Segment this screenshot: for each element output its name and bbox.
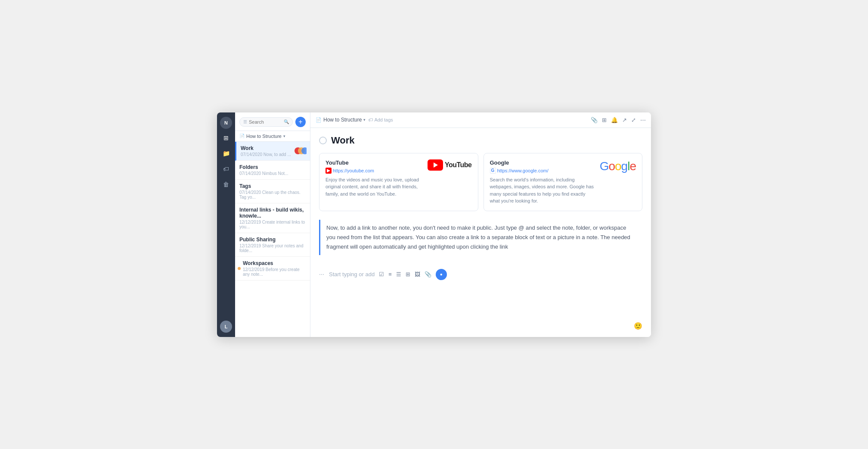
grid-view-icon[interactable]: ⊞	[602, 117, 607, 123]
unordered-list-icon[interactable]: ☰	[396, 271, 401, 278]
emoji-button[interactable]: 🙂	[634, 322, 642, 330]
toolbar-folder-icon: 📄	[316, 117, 322, 123]
nav-tags-icon[interactable]: 🏷	[220, 162, 232, 175]
google-card[interactable]: Google G https://www.google.com/ Search …	[484, 153, 643, 211]
cursor-icon: ●	[440, 272, 443, 277]
google-description: Search the world's information, includin…	[490, 176, 595, 205]
google-logo: Google	[600, 159, 636, 173]
note-meta-workspaces: 12/12/2019 Before you create any note...	[243, 267, 306, 277]
youtube-site-name: YouTube	[326, 159, 422, 166]
page-title: Work	[331, 135, 355, 146]
folder-breadcrumb[interactable]: 📄 How to Structure ▾	[235, 131, 310, 142]
toolbar-breadcrumb-text: How to Structure	[323, 117, 362, 123]
note-thumb-work	[293, 146, 307, 156]
notification-icon[interactable]: 🔔	[611, 117, 618, 123]
attachment-icon[interactable]: 📎	[591, 117, 598, 123]
google-site-name: Google	[490, 159, 595, 166]
tag-icon: 🏷	[368, 117, 373, 122]
editor-cursor-button[interactable]: ●	[436, 269, 447, 280]
note-meta-tags: 07/14/2020 Clean up the chaos. Tag yo...	[239, 190, 306, 200]
editor-drag-handle[interactable]: ⋯	[319, 271, 325, 278]
main-content: 📄 How to Structure ▾ 🏷 Add tags 📎 ⊞ 🔔 ↗ …	[310, 112, 651, 337]
toolbar-breadcrumb: 📄 How to Structure ▾	[316, 117, 366, 123]
note-meta-folders: 07/14/2020 Nimbus Not...	[239, 171, 306, 176]
note-title-internal-links: Internal links - build wikis, knowle...	[239, 207, 306, 219]
youtube-favicon: ▶	[326, 168, 332, 174]
content-area: Work YouTube ▶ https://youtube.com Enjoy…	[310, 128, 651, 337]
sidebar-header: ☰ 🔍 +	[235, 112, 310, 131]
note-item-tags[interactable]: Tags 07/14/2020 Clean up the chaos. Tag …	[235, 180, 310, 203]
youtube-description: Enjoy the videos and music you love, upl…	[326, 176, 422, 198]
user-avatar-bottom[interactable]: L	[220, 321, 232, 333]
google-favicon: G	[490, 168, 496, 174]
ordered-list-icon[interactable]: ≡	[388, 271, 392, 278]
table-icon[interactable]: ⊞	[406, 271, 410, 278]
user-avatar-top[interactable]: N	[220, 117, 232, 129]
note-item-public-sharing[interactable]: Public Sharing 12/12/2019 Share your not…	[235, 233, 310, 257]
note-meta-internal-links: 12/12/2019 Create internal links to you.…	[239, 220, 306, 229]
app-container: N ⊞ 📁 🏷 🗑 L ☰ 🔍 + 📄 How to Structure ▾	[217, 112, 651, 337]
quote-block: Now, to add a link to another note, you …	[319, 220, 642, 255]
workspace-dot-icon	[238, 267, 241, 270]
search-icon: 🔍	[284, 119, 289, 124]
sidebar: ☰ 🔍 + 📄 How to Structure ▾ Work 07/14/20…	[235, 112, 310, 337]
main-toolbar: 📄 How to Structure ▾ 🏷 Add tags 📎 ⊞ 🔔 ↗ …	[310, 112, 651, 128]
note-list: Work 07/14/2020 Now, to add ... Folders …	[235, 142, 310, 337]
google-url[interactable]: G https://www.google.com/	[490, 168, 595, 174]
editor-toolbar: ⋯ Start typing or add ☑ ≡ ☰ ⊞ 🖼 📎 ●	[319, 269, 642, 280]
page-status-circle	[319, 137, 327, 144]
attachment-tool-icon[interactable]: 📎	[425, 271, 431, 278]
share-icon[interactable]: ↗	[622, 117, 627, 123]
note-title-public-sharing: Public Sharing	[239, 237, 306, 243]
link-cards-row: YouTube ▶ https://youtube.com Enjoy the …	[319, 153, 642, 211]
nav-trash-icon[interactable]: 🗑	[220, 178, 232, 191]
toolbar-chevron-icon: ▾	[363, 118, 366, 122]
quote-text: Now, to add a link to another note, you …	[326, 223, 636, 252]
editor-placeholder-text: Start typing or add	[329, 271, 375, 278]
checklist-icon[interactable]: ☑	[379, 271, 384, 278]
youtube-logo: YouTube	[428, 159, 472, 171]
note-meta-public-sharing: 12/12/2019 Share your notes and folde...	[239, 243, 306, 253]
note-item-internal-links[interactable]: Internal links - build wikis, knowle... …	[235, 203, 310, 233]
image-icon[interactable]: 🖼	[415, 271, 420, 278]
note-title-workspaces: Workspaces	[243, 260, 306, 266]
note-title-folders: Folders	[239, 164, 306, 170]
note-item-folders[interactable]: Folders 07/14/2020 Nimbus Not...	[235, 161, 310, 180]
note-item-work[interactable]: Work 07/14/2020 Now, to add ...	[235, 142, 310, 161]
note-title-tags: Tags	[239, 183, 306, 189]
more-options-icon[interactable]: ⋯	[640, 117, 646, 123]
editor-area[interactable]: ⋯ Start typing or add ☑ ≡ ☰ ⊞ 🖼 📎 ●	[319, 264, 642, 284]
youtube-card[interactable]: YouTube ▶ https://youtube.com Enjoy the …	[319, 153, 478, 211]
icon-bar: N ⊞ 📁 🏷 🗑 L	[217, 112, 235, 337]
youtube-play-icon	[428, 159, 443, 171]
search-box[interactable]: ☰ 🔍	[239, 117, 293, 127]
add-tags-label: Add tags	[374, 117, 393, 122]
note-item-workspaces[interactable]: Workspaces 12/12/2019 Before you create …	[235, 257, 310, 281]
expand-icon[interactable]: ⤢	[631, 117, 636, 123]
add-tags-button[interactable]: 🏷 Add tags	[368, 117, 393, 122]
chevron-down-icon: ▾	[283, 134, 285, 138]
youtube-text-logo: YouTube	[445, 161, 472, 169]
nav-grid-icon[interactable]: ⊞	[220, 131, 232, 144]
folder-title: How to Structure	[246, 134, 282, 139]
folder-icon: 📄	[239, 134, 245, 138]
page-title-row: Work	[319, 135, 642, 146]
add-note-button[interactable]: +	[295, 117, 306, 127]
search-input[interactable]	[249, 119, 282, 125]
nav-folder-icon[interactable]: 📁	[220, 147, 232, 160]
youtube-url[interactable]: ▶ https://youtube.com	[326, 168, 422, 174]
filter-icon: ☰	[243, 119, 247, 124]
